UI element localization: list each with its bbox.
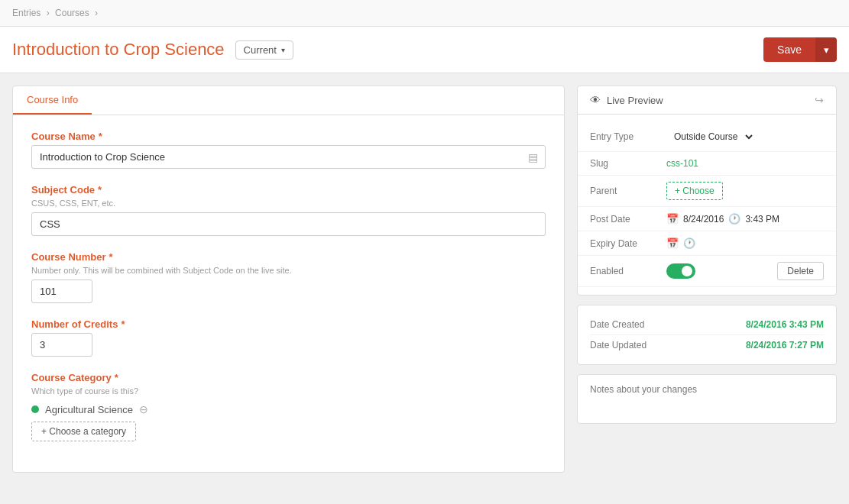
chevron-down-icon: ▾ [281, 46, 285, 54]
category-label: Course Category * [31, 372, 546, 383]
slug-link[interactable]: css-101 [666, 158, 698, 169]
subject-code-group: Subject Code * CSUS, CSS, ENT, etc. [31, 184, 546, 236]
date-updated-value: 8/24/2016 7:27 PM [746, 340, 824, 351]
eye-icon: 👁 [590, 94, 601, 106]
save-button[interactable]: Save [763, 37, 815, 62]
right-panel: 👁 Live Preview ↪ Entry Type Outside Cour… [577, 86, 837, 473]
date-meta-panel: Date Created 8/24/2016 3:43 PM Date Upda… [577, 305, 837, 365]
enabled-value: Delete [666, 262, 824, 280]
enabled-row: Enabled Delete [578, 256, 836, 287]
text-editor-icon: ▤ [528, 151, 538, 163]
post-date-row: Post Date 📅 8/24/2016 🕐 3:43 PM [578, 207, 836, 231]
clock-icon-expiry: 🕐 [683, 237, 695, 249]
expiry-date-row: Expiry Date 📅 🕐 [578, 231, 836, 256]
course-name-input-wrapper: ▤ [31, 145, 546, 169]
left-panel: Course Info Course Name * ▤ Subject Code [12, 86, 565, 473]
slug-label: Slug [590, 158, 666, 169]
subject-code-input[interactable] [31, 212, 546, 236]
course-number-group: Course Number * Number only. This will b… [31, 251, 546, 303]
breadcrumb-courses[interactable]: Courses [55, 8, 89, 18]
save-button-group: Save ▾ [763, 37, 837, 62]
choose-button[interactable]: + Choose [666, 182, 723, 200]
post-date-label: Post Date [590, 214, 666, 225]
slug-value: css-101 [666, 158, 824, 169]
save-dropdown-button[interactable]: ▾ [815, 37, 837, 62]
clock-icon: 🕐 [728, 213, 740, 225]
main-layout: Course Info Course Name * ▤ Subject Code [0, 73, 849, 485]
credits-input[interactable] [31, 333, 92, 357]
category-dot-icon [31, 405, 39, 413]
parent-row: Parent + Choose [578, 176, 836, 207]
required-indicator: * [98, 184, 102, 195]
add-category-button[interactable]: + Choose a category [31, 422, 136, 441]
meta-table: Entry Type Outside Course Slug css-101 [578, 115, 836, 295]
course-number-hint: Number only. This will be combined with … [31, 266, 546, 275]
subject-code-hint: CSUS, CSS, ENT, etc. [31, 199, 546, 208]
course-name-group: Course Name * ▤ [31, 131, 546, 169]
category-remove-icon[interactable]: ⊖ [139, 403, 148, 415]
enabled-label: Enabled [590, 266, 666, 276]
required-indicator: * [121, 318, 125, 330]
post-date-value: 📅 8/24/2016 🕐 3:43 PM [666, 213, 824, 225]
form-section: Course Name * ▤ Subject Code * CSUS, CSS… [13, 115, 564, 472]
date-created-label: Date Created [590, 319, 644, 330]
status-badge[interactable]: Current ▾ [235, 40, 293, 60]
enabled-toggle[interactable] [666, 263, 695, 279]
parent-value: + Choose [666, 182, 824, 200]
parent-label: Parent [590, 186, 666, 196]
date-updated-row: Date Updated 8/24/2016 7:27 PM [590, 335, 824, 355]
page-header: Introduction to Crop Science Current ▾ S… [0, 27, 849, 73]
preview-title: 👁 Live Preview [590, 94, 663, 106]
post-time-text: 3:43 PM [745, 214, 779, 225]
date-created-row: Date Created 8/24/2016 3:43 PM [590, 315, 824, 335]
expiry-date-label: Expiry Date [590, 238, 666, 249]
tab-course-info[interactable]: Course Info [13, 86, 92, 115]
category-group: Course Category * Which type of course i… [31, 372, 546, 441]
status-label: Current [244, 44, 277, 56]
course-name-label: Course Name * [31, 131, 546, 142]
notes-textarea[interactable] [578, 375, 836, 421]
credits-group: Number of Credits * [31, 318, 546, 357]
required-indicator: * [109, 251, 113, 263]
category-item: Agricultural Science ⊖ [31, 403, 546, 415]
preview-panel: 👁 Live Preview ↪ Entry Type Outside Cour… [577, 86, 837, 296]
notes-panel [577, 374, 837, 424]
breadcrumb-entries[interactable]: Entries [12, 8, 41, 18]
required-indicator: * [115, 372, 118, 383]
date-created-value: 8/24/2016 3:43 PM [746, 319, 824, 330]
slug-row: Slug css-101 [578, 152, 836, 176]
calendar-icon-expiry: 📅 [666, 237, 679, 249]
expiry-date-value: 📅 🕐 [666, 237, 824, 249]
category-hint: Which type of course is this? [31, 386, 546, 396]
required-indicator: * [99, 131, 102, 142]
category-name: Agricultural Science [45, 404, 133, 415]
entry-type-row: Entry Type Outside Course [578, 122, 836, 152]
page-title: Introduction to Crop Science [12, 40, 225, 60]
entry-type-label: Entry Type [590, 131, 666, 142]
course-number-input[interactable] [31, 279, 92, 303]
share-icon[interactable]: ↪ [815, 94, 824, 106]
date-updated-label: Date Updated [590, 340, 646, 351]
breadcrumb: Entries › Courses › [0, 0, 849, 27]
course-name-input[interactable] [31, 145, 546, 169]
entry-type-select[interactable]: Outside Course [666, 128, 755, 145]
course-number-label: Course Number * [31, 251, 546, 263]
entry-type-value: Outside Course [666, 128, 824, 145]
tab-bar: Course Info [13, 86, 564, 115]
calendar-icon: 📅 [666, 213, 679, 225]
toggle-slider [666, 263, 695, 279]
delete-button[interactable]: Delete [777, 262, 824, 280]
credits-label: Number of Credits * [31, 318, 546, 330]
post-date-text: 8/24/2016 [683, 214, 724, 225]
subject-code-label: Subject Code * [31, 184, 546, 195]
header-left: Introduction to Crop Science Current ▾ [12, 40, 293, 60]
preview-header: 👁 Live Preview ↪ [578, 86, 836, 115]
